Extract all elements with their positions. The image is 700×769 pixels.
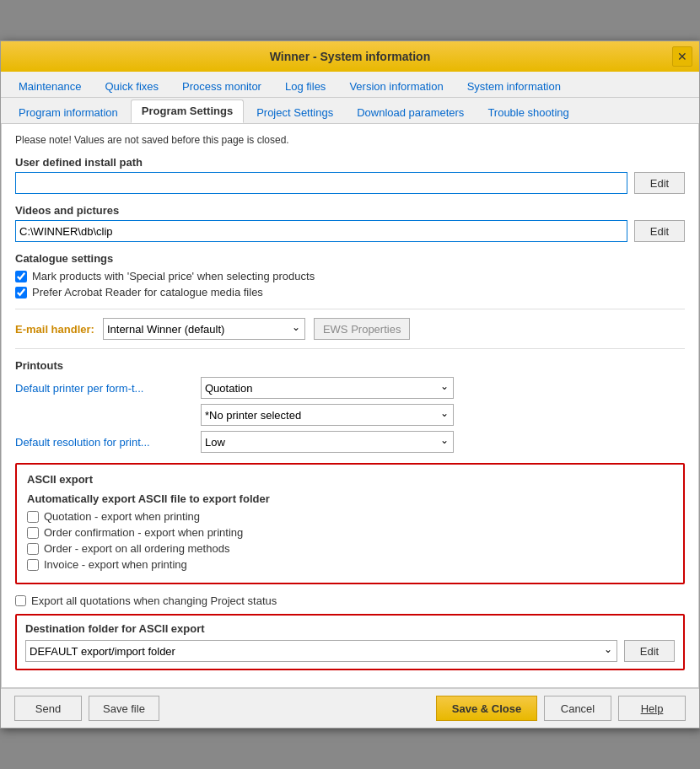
tabs-row-2: Program information Program Settings Pro… <box>1 98 699 123</box>
ascii-order-label: Order - export on all ordering methods <box>44 542 229 555</box>
divider-2 <box>15 348 685 349</box>
ascii-quotation-label: Quotation - export when printing <box>44 510 200 523</box>
resolution-row: Default resolution for print... Low Medi… <box>15 431 685 453</box>
destination-row: DEFAULT export/import folder Custom fold… <box>25 640 675 662</box>
ascii-cb3-row: Order - export on all ordering methods <box>27 542 673 555</box>
printouts-section: Printouts Default printer per form-t... … <box>15 359 685 453</box>
tab-program-information[interactable]: Program information <box>8 101 129 123</box>
tab-trouble-shooting[interactable]: Trouble shooting <box>477 101 579 123</box>
tabs-container-row1: Maintenance Quick fixes Process monitor … <box>8 72 692 97</box>
no-printer-select-wrapper: *No printer selected <box>201 404 454 426</box>
printouts-label: Printouts <box>15 359 685 372</box>
email-handler-label: E-mail handler: <box>15 323 94 336</box>
tab-program-settings[interactable]: Program Settings <box>131 99 244 123</box>
ascii-export-section: ASCII export Automatically export ASCII … <box>15 463 685 584</box>
tab-download-parameters[interactable]: Download parameters <box>346 101 475 123</box>
ews-properties-button[interactable]: EWS Properties <box>314 318 410 340</box>
ascii-order-confirmation-checkbox[interactable] <box>27 527 39 539</box>
videos-pictures-group: Videos and pictures Edit <box>15 204 685 242</box>
ascii-invoice-checkbox[interactable] <box>27 559 39 571</box>
title-bar: Winner - System information ✕ <box>1 41 699 72</box>
tabs-container-row2: Program information Program Settings Pro… <box>8 98 692 123</box>
tab-maintenance[interactable]: Maintenance <box>8 75 92 97</box>
ascii-order-confirmation-label: Order confirmation - export when printin… <box>44 526 243 539</box>
tab-system-information[interactable]: System information <box>456 75 572 97</box>
export-all-checkbox[interactable] <box>15 595 26 606</box>
ascii-export-title: ASCII export <box>27 473 673 486</box>
send-button[interactable]: Send <box>14 696 82 721</box>
footer: Send Save file Save & Close Cancel Help <box>1 688 699 728</box>
catalogue-special-price-checkbox[interactable] <box>15 271 27 282</box>
catalogue-checkbox1-row: Mark products with 'Special price' when … <box>15 270 685 282</box>
tab-project-settings[interactable]: Project Settings <box>245 101 344 123</box>
ascii-invoice-label: Invoice - export when printing <box>44 558 187 571</box>
save-file-button[interactable]: Save file <box>89 696 159 721</box>
destination-folder-section: Destination folder for ASCII export DEFA… <box>15 614 685 670</box>
destination-edit-button[interactable]: Edit <box>624 640 675 662</box>
export-all-row: Export all quotations when changing Proj… <box>15 594 685 607</box>
catalogue-settings-label: Catalogue settings <box>15 252 685 265</box>
videos-pictures-row: Edit <box>15 220 685 242</box>
no-printer-row: *No printer selected <box>15 404 685 426</box>
videos-pictures-label: Videos and pictures <box>15 204 685 217</box>
ascii-order-checkbox[interactable] <box>27 543 39 555</box>
default-printer-label[interactable]: Default printer per form-t... <box>15 382 201 395</box>
ascii-cb1-row: Quotation - export when printing <box>27 510 673 523</box>
destination-select-wrapper: DEFAULT export/import folder Custom fold… <box>25 640 617 662</box>
default-printer-row: Default printer per form-t... Quotation … <box>15 377 685 399</box>
ascii-export-subtitle: Automatically export ASCII file to expor… <box>27 492 673 505</box>
resolution-label[interactable]: Default resolution for print... <box>15 436 201 449</box>
tab-log-files[interactable]: Log files <box>274 75 337 97</box>
catalogue-acrobat-checkbox[interactable] <box>15 287 27 298</box>
export-all-label: Export all quotations when changing Proj… <box>31 594 277 607</box>
user-install-path-label: User defined install path <box>15 156 685 169</box>
catalogue-settings-group: Catalogue settings Mark products with 'S… <box>15 252 685 298</box>
main-window: Winner - System information ✕ Maintenanc… <box>0 40 700 729</box>
user-install-path-group: User defined install path Edit <box>15 156 685 194</box>
destination-select[interactable]: DEFAULT export/import folder Custom fold… <box>25 640 617 662</box>
window-title: Winner - System information <box>28 50 672 63</box>
cancel-button[interactable]: Cancel <box>544 696 611 721</box>
resolution-select-wrapper: Low Medium High <box>201 431 454 453</box>
content-area: Please note! Values are not saved before… <box>1 123 699 688</box>
resolution-select[interactable]: Low Medium High <box>201 431 454 453</box>
ascii-cb4-row: Invoice - export when printing <box>27 558 673 571</box>
tab-process-monitor[interactable]: Process monitor <box>171 75 272 97</box>
videos-pictures-edit-button[interactable]: Edit <box>634 220 685 242</box>
email-handler-select-wrapper: Internal Winner (default) Microsoft Outl… <box>103 318 305 340</box>
user-install-path-edit-button[interactable]: Edit <box>634 172 685 194</box>
videos-pictures-input[interactable] <box>15 220 627 242</box>
catalogue-special-price-label: Mark products with 'Special price' when … <box>32 270 315 282</box>
notice-text: Please note! Values are not saved before… <box>15 134 685 146</box>
ascii-cb2-row: Order confirmation - export when printin… <box>27 526 673 539</box>
email-handler-row: E-mail handler: Internal Winner (default… <box>15 318 685 340</box>
destination-label: Destination folder for ASCII export <box>25 622 675 635</box>
divider-1 <box>15 309 685 309</box>
email-handler-select[interactable]: Internal Winner (default) Microsoft Outl… <box>103 318 305 340</box>
catalogue-acrobat-label: Prefer Acrobat Reader for catalogue medi… <box>32 286 263 298</box>
catalogue-checkbox2-row: Prefer Acrobat Reader for catalogue medi… <box>15 286 685 298</box>
tab-version-information[interactable]: Version information <box>338 75 454 97</box>
no-printer-select[interactable]: *No printer selected <box>201 404 454 426</box>
ascii-quotation-checkbox[interactable] <box>27 511 39 523</box>
user-install-path-input[interactable] <box>15 172 627 194</box>
close-button[interactable]: ✕ <box>672 46 692 67</box>
save-close-button[interactable]: Save & Close <box>436 696 537 721</box>
default-printer-select[interactable]: Quotation Order confirmation Invoice Del… <box>201 377 454 399</box>
tab-quick-fixes[interactable]: Quick fixes <box>94 75 170 97</box>
user-install-path-row: Edit <box>15 172 685 194</box>
tabs-row-1: Maintenance Quick fixes Process monitor … <box>1 72 699 98</box>
default-printer-select-wrapper: Quotation Order confirmation Invoice Del… <box>201 377 454 399</box>
help-button[interactable]: Help <box>618 696 686 721</box>
